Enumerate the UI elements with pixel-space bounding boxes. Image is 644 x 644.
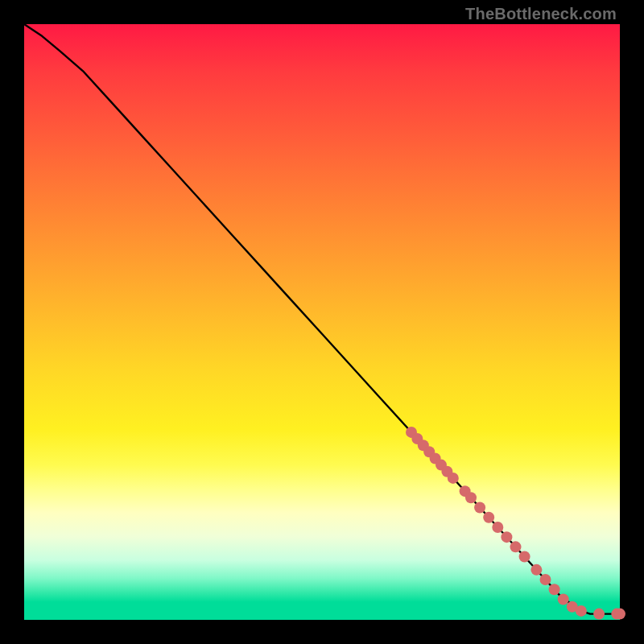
data-point bbox=[492, 522, 503, 533]
chart-frame: TheBottleneck.com bbox=[0, 0, 644, 644]
data-point bbox=[530, 564, 542, 576]
data-point bbox=[540, 574, 551, 585]
bottleneck-curve bbox=[24, 24, 620, 614]
data-point bbox=[614, 609, 625, 620]
data-point bbox=[483, 512, 494, 523]
data-point bbox=[519, 551, 530, 563]
data-point bbox=[501, 531, 512, 543]
data-point bbox=[576, 605, 587, 617]
data-point bbox=[448, 473, 459, 484]
watermark-text: TheBottleneck.com bbox=[465, 5, 617, 23]
data-point bbox=[593, 609, 605, 620]
data-point bbox=[549, 584, 560, 595]
scatter-points bbox=[406, 427, 625, 620]
chart-overlay bbox=[24, 24, 620, 620]
data-point bbox=[474, 502, 485, 514]
data-point bbox=[558, 593, 569, 605]
plot-area bbox=[24, 24, 620, 620]
data-point bbox=[465, 492, 477, 503]
data-point bbox=[510, 541, 522, 552]
